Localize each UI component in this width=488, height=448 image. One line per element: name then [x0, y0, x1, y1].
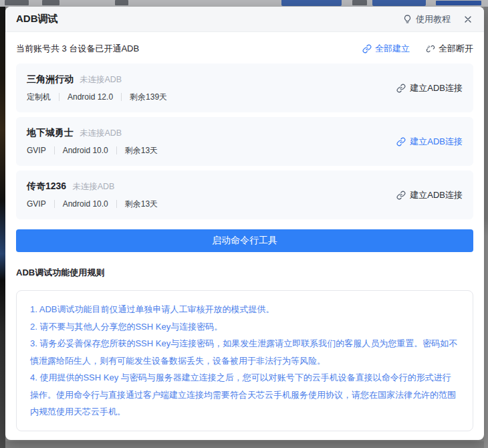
background-right-edge — [484, 7, 488, 448]
establish-adb-label: 建立ADB连接 — [410, 136, 463, 148]
tutorial-label: 使用教程 — [416, 13, 451, 25]
device-remaining-days: 剩余13天 — [125, 199, 158, 210]
device-info: 传奇1236 未连接ADB GVIP Android 10.0 剩余13天 — [27, 181, 158, 210]
device-count-summary: 当前账号共 3 台设备已开通ADB — [16, 43, 139, 55]
device-name: 三角洲行动 — [27, 74, 74, 86]
rule-item: 1. ADB调试功能目前仅通过单独申请人工审核开放的模式提供。 — [30, 301, 459, 318]
device-card: 三角洲行动 未连接ADB 定制机 Android 12.0 剩余139天 — [16, 64, 473, 112]
device-name: 地下城勇士 — [27, 127, 74, 139]
tutorial-link[interactable]: 使用教程 — [402, 13, 451, 25]
background-link-fragment — [436, 1, 481, 5]
background-button — [281, 0, 342, 6]
device-os: Android 12.0 — [68, 92, 113, 102]
device-type: 定制机 — [27, 92, 51, 103]
rule-item: 3. 请务必妥善保存您所获的SSH Key与连接密码，如果发生泄露请立即联系我们… — [30, 335, 459, 369]
close-icon — [463, 14, 473, 25]
device-card: 地下城勇士 未连接ADB GVIP Android 10.0 剩余13天 — [16, 117, 473, 166]
background-text-fragment — [115, 0, 128, 5]
device-meta: 定制机 Android 12.0 剩余139天 — [27, 92, 167, 103]
divider — [116, 200, 117, 208]
background-bottom-edge — [5, 441, 484, 448]
divider — [54, 200, 55, 208]
device-remaining-days: 剩余139天 — [130, 92, 167, 103]
background-text-fragment — [42, 0, 59, 5]
screen: ADB调试 使用教程 — [0, 0, 488, 448]
device-status: 未连接ADB — [72, 181, 114, 193]
background-text-fragment — [352, 0, 367, 5]
divider — [121, 93, 122, 101]
lightbulb-icon — [402, 14, 412, 24]
rule-item: 4. 使用提供的SSH Key 与密码与服务器建立连接之后，您可以对账号下的云手… — [30, 369, 459, 421]
background-left-edge — [0, 7, 5, 448]
disconnect-all-button[interactable]: 全部断开 — [426, 43, 473, 55]
launch-cli-button[interactable]: 启动命令行工具 — [16, 229, 473, 252]
background-button — [372, 0, 426, 6]
adb-debug-modal: ADB调试 使用教程 — [5, 7, 484, 440]
establish-adb-button[interactable]: 建立ADB连接 — [396, 189, 463, 201]
bulk-actions: 全部建立 全部断开 — [362, 43, 473, 55]
connect-all-button[interactable]: 全部建立 — [362, 43, 410, 55]
device-type: GVIP — [27, 146, 46, 155]
device-os: Android 10.0 — [63, 146, 108, 155]
device-meta: GVIP Android 10.0 剩余13天 — [27, 199, 158, 210]
modal-header-actions: 使用教程 — [402, 13, 473, 25]
rule-item: 2. 请不要与其他人分享您的SSH Key与连接密码。 — [30, 318, 459, 336]
modal-body: 当前账号共 3 台设备已开通ADB 全部建立 — [5, 32, 484, 440]
device-os: Android 10.0 — [63, 199, 108, 209]
device-card: 传奇1236 未连接ADB GVIP Android 10.0 剩余13天 — [16, 171, 473, 219]
device-status: 未连接ADB — [80, 128, 122, 139]
link-icon — [396, 137, 406, 146]
device-meta: GVIP Android 10.0 剩余13天 — [27, 145, 158, 156]
link-icon — [362, 44, 372, 53]
divider — [54, 146, 55, 154]
modal-title: ADB调试 — [16, 13, 58, 25]
summary-row: 当前账号共 3 台设备已开通ADB 全部建立 — [16, 39, 473, 59]
establish-adb-button[interactable]: 建立ADB连接 — [396, 82, 463, 94]
establish-adb-button[interactable]: 建立ADB连接 — [396, 136, 463, 148]
background-text-fragment — [5, 0, 29, 5]
link-icon — [396, 84, 406, 93]
close-button[interactable] — [463, 14, 473, 25]
background-topbar — [0, 0, 488, 7]
establish-adb-label: 建立ADB连接 — [410, 82, 463, 94]
link-icon — [396, 191, 406, 200]
device-type: GVIP — [27, 199, 46, 209]
rules-title: ADB调试功能使用规则 — [16, 267, 473, 279]
rules-box: 1. ADB调试功能目前仅通过单独申请人工审核开放的模式提供。 2. 请不要与其… — [16, 290, 473, 431]
device-name: 传奇1236 — [27, 181, 66, 193]
establish-adb-label: 建立ADB连接 — [410, 189, 463, 201]
connect-all-label: 全部建立 — [375, 43, 410, 55]
device-info: 地下城勇士 未连接ADB GVIP Android 10.0 剩余13天 — [27, 127, 158, 156]
device-info: 三角洲行动 未连接ADB 定制机 Android 12.0 剩余139天 — [27, 74, 167, 103]
device-status: 未连接ADB — [80, 74, 122, 86]
divider — [116, 146, 117, 154]
disconnect-all-label: 全部断开 — [439, 43, 473, 55]
modal-header: ADB调试 使用教程 — [5, 7, 484, 32]
divider — [59, 93, 59, 101]
link-broken-icon — [426, 44, 435, 53]
device-remaining-days: 剩余13天 — [125, 145, 158, 156]
